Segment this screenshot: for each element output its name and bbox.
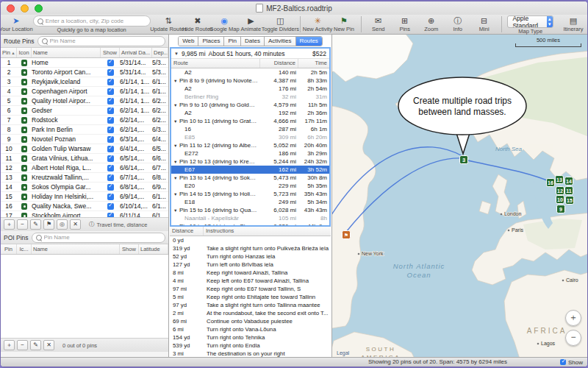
instruction-row[interactable]: 154 yd Turn right onto Tehnika bbox=[170, 333, 331, 342]
route-summary[interactable]: ▼ 9,985 mi About 51 hours, 40 minutes $5… bbox=[171, 49, 329, 59]
disclosure-triangle-icon[interactable]: ▼ bbox=[173, 176, 179, 180]
detail-tab[interactable]: Activities bbox=[265, 37, 296, 46]
disclosure-triangle-icon[interactable]: ▼ bbox=[173, 119, 179, 124]
route-row[interactable]: ▼Berliner Ring 32 mi 31m bbox=[171, 93, 329, 101]
new-pin-button[interactable]: ⚑ New Pin bbox=[333, 15, 355, 32]
route-pin-row[interactable]: 5 Quality Hotel Airpor... 6/1/14, 1... 6… bbox=[1, 96, 168, 106]
mini-button[interactable]: ⊟ Mini bbox=[473, 15, 495, 32]
route-row[interactable]: ▼E18 249 mi 5h 34m bbox=[171, 198, 329, 206]
zoom-tool-button[interactable]: ⊕ Zoom bbox=[420, 15, 442, 32]
map-pin[interactable]: 3 bbox=[460, 156, 468, 164]
show-checkbox[interactable] bbox=[101, 97, 120, 105]
edit-pin-button[interactable]: ✎ bbox=[30, 219, 41, 230]
detail-tab[interactable]: Routes bbox=[296, 37, 322, 46]
route-row[interactable]: ▼Pin 9 to 10 (driving to Golden Tulip Wa… bbox=[171, 101, 329, 109]
route-row[interactable]: ▼A2 176 mi 2h 54m bbox=[171, 85, 329, 93]
instruction-row[interactable]: 52 yd Turn right onto Hanzas iela bbox=[170, 252, 331, 261]
update-routes-button[interactable]: ⇅ Update Routes bbox=[155, 15, 182, 32]
show-checkbox[interactable] bbox=[101, 107, 120, 114]
detail-tab[interactable]: Dates bbox=[241, 37, 265, 46]
route-pin-row[interactable]: 1 Home 5/31/14... 5/3... bbox=[1, 58, 168, 68]
show-checkbox[interactable] bbox=[560, 359, 566, 365]
show-checkbox[interactable] bbox=[101, 116, 120, 124]
delete-poi-button[interactable]: ✕ bbox=[43, 340, 54, 350]
route-row[interactable]: ▼E20 229 mi 5h 35m bbox=[171, 182, 329, 190]
instruction-row[interactable]: 69 mi Continue onto Vabaduse puiestee bbox=[170, 317, 331, 325]
show-checkbox[interactable] bbox=[101, 164, 120, 171]
new-activity-button[interactable]: ✳ New Activity bbox=[306, 15, 329, 32]
route-row[interactable]: ▼Pin 8 to 9 (driving to Novotel Poznan) … bbox=[171, 77, 329, 85]
instruction-row[interactable]: 539 yd Turn right onto Endla bbox=[170, 342, 331, 350]
route-pin-row[interactable]: 17 Stockholm Airport,... 6/11/14,... 6/1… bbox=[1, 211, 168, 217]
route-pin-row[interactable]: 11 Grata Vilnius, Lithua... 6/5/14,... 6… bbox=[1, 154, 168, 163]
route-row[interactable]: ▼E85 309 mi 6h 20m bbox=[171, 133, 329, 141]
instruction-row[interactable]: 97 yd Take a slight right turn onto Tall… bbox=[170, 301, 331, 309]
disclosure-triangle-icon[interactable]: ▼ bbox=[173, 79, 179, 83]
instruction-row[interactable]: 4 mi Keep left onto E67 toward Ainaži, T… bbox=[170, 277, 331, 285]
add-pin-button[interactable]: ＋ bbox=[4, 219, 15, 230]
toggle-dividers-button[interactable]: ◫ Toggle Dividers bbox=[266, 15, 294, 32]
start-pin[interactable]: ⚑ bbox=[343, 231, 351, 239]
your-location-button[interactable]: ➤ Your Location bbox=[4, 15, 29, 32]
routes-table-header[interactable]: Route Distance Time bbox=[171, 59, 329, 68]
legal-link[interactable]: Legal bbox=[337, 350, 349, 355]
route-pin-row[interactable]: 3 Reykjavik,Iceland 6/1/14, 1... 6/1... bbox=[1, 77, 168, 87]
detail-tab[interactable]: Places bbox=[198, 37, 224, 46]
poi-pins-table-empty[interactable] bbox=[1, 255, 168, 338]
show-checkbox[interactable] bbox=[101, 135, 120, 143]
map-pin[interactable]: 10 bbox=[556, 196, 564, 204]
route-row[interactable]: ▼A2 192 mi 2h 36m bbox=[171, 109, 329, 117]
show-checkbox[interactable] bbox=[101, 155, 120, 162]
map-pin[interactable]: 9 bbox=[557, 205, 565, 213]
instruction-row[interactable]: 5 mi Keep right onto Ehitajate tee towar… bbox=[170, 293, 331, 301]
route-row[interactable]: ▼Pin 14 to 15 (driving to Holiday Inn He… bbox=[171, 190, 329, 198]
show-checkbox[interactable] bbox=[101, 193, 120, 200]
instruction-row[interactable]: 6 mi Turn right onto Vana-Lõuna bbox=[170, 325, 331, 333]
disclosure-triangle-icon[interactable]: ▼ bbox=[173, 160, 179, 164]
disclosure-triangle-icon[interactable]: ▼ bbox=[173, 103, 179, 107]
instruction-row[interactable]: 8 mi Keep right toward Ainaži, Tallina bbox=[170, 269, 331, 277]
show-checkbox[interactable] bbox=[101, 183, 120, 191]
show-checkbox[interactable] bbox=[101, 202, 120, 210]
remove-pin-button[interactable]: − bbox=[17, 219, 28, 230]
title-bar[interactable]: MF2-Baltics.roadtrip bbox=[1, 1, 587, 15]
add-poi-button[interactable]: ＋ bbox=[4, 340, 15, 350]
route-row[interactable]: ▼Pin 15 to 16 (driving to Quality Nacka,… bbox=[171, 206, 329, 214]
map-location-search[interactable]: Enter a location, city, Zip code Quickly… bbox=[33, 15, 151, 33]
route-row[interactable]: ▼16 287 mi 6h 1m bbox=[171, 125, 329, 133]
disclosure-triangle-icon[interactable]: ▼ bbox=[174, 52, 179, 56]
disclosure-triangle-icon[interactable]: ▼ bbox=[173, 208, 179, 213]
poi-pins-table-header[interactable]: Pin Ic... Name Show Latitude bbox=[1, 244, 168, 255]
route-pin-row[interactable]: 6 Gedser 6/2/14, 1... 6/2... bbox=[1, 106, 168, 116]
show-checkbox[interactable] bbox=[101, 88, 120, 95]
send-button[interactable]: ✉ Send bbox=[368, 15, 390, 32]
route-row[interactable]: ▼Pin 13 to 14 (driving to Sokos Olympia.… bbox=[171, 174, 329, 182]
route-pin-row[interactable]: 2 Toronto Airport Can... 5/31/14... 5/3.… bbox=[1, 68, 168, 77]
map-pin[interactable]: 11 bbox=[565, 187, 573, 195]
map-canvas[interactable]: North Sea North Atlantic Ocean SOUTH AME… bbox=[332, 35, 587, 358]
show-checkbox[interactable] bbox=[101, 145, 120, 152]
instruction-row[interactable]: 2 mi At the roundabout, take the second … bbox=[170, 309, 331, 317]
route-pin-row[interactable]: 4 Copenhagen Airport 6/1/14, 1... 6/1... bbox=[1, 87, 168, 96]
route-row[interactable]: ▼Pin 11 to 12 (driving to Albert Hotel R… bbox=[171, 141, 329, 149]
route-pin-row[interactable]: 15 Holiday Inn Helsinki,... 6/9/14,... 6… bbox=[1, 192, 168, 202]
route-pins-table-header[interactable]: Pin Icon Name Show Arrival Da... Dep... bbox=[1, 48, 168, 58]
map-pin[interactable]: 15 bbox=[566, 197, 574, 205]
edit-poi-button[interactable]: ✎ bbox=[30, 340, 41, 350]
route-pin-row[interactable]: 10 Golden Tulip Warsaw 6/4/14,... 6/5... bbox=[1, 144, 168, 154]
route-row[interactable]: ▼Naantali - Kapellskär 105 mi 8h bbox=[171, 214, 329, 222]
route-row[interactable]: ▼E67 162 mi 3h 52m bbox=[171, 166, 329, 174]
map-pin[interactable]: 12 bbox=[556, 187, 564, 195]
route-pin-row[interactable]: 7 Rodstock 6/2/14,... 6/2... bbox=[1, 116, 168, 125]
route-row[interactable]: ▼E272 186 mi 3h 29m bbox=[171, 149, 329, 158]
instruction-row[interactable]: 127 yd Turn left onto Brīvības iela bbox=[170, 261, 331, 269]
map-pin[interactable]: 14 bbox=[565, 177, 573, 185]
map-pin[interactable]: 13 bbox=[556, 176, 564, 184]
show-checkbox[interactable] bbox=[101, 212, 120, 217]
show-checkbox[interactable] bbox=[101, 68, 120, 76]
detail-tab[interactable]: Pin bbox=[224, 37, 241, 46]
route-pin-row[interactable]: 16 Quality Nacka, Swe... 6/10/14,... 6/1… bbox=[1, 202, 168, 211]
route-pin-row[interactable]: 12 Albert Hotel Riga, L... 6/6/14,... 6/… bbox=[1, 163, 168, 173]
show-checkbox[interactable] bbox=[101, 174, 120, 181]
route-pin-row[interactable]: 9 Novotel Poznan 6/3/14,... 6/4... bbox=[1, 135, 168, 144]
